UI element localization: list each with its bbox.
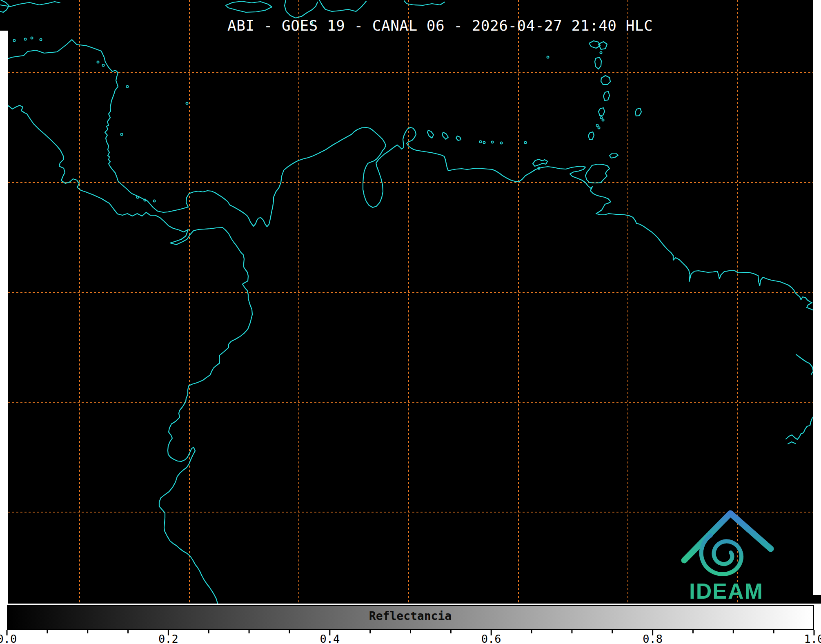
logo-text: IDEAM bbox=[689, 579, 763, 603]
image-title: ABI - GOES 19 - CANAL 06 - 2026-04-27 21… bbox=[227, 17, 653, 34]
colorbar-tick-label: 0.2 bbox=[158, 633, 178, 644]
colorbar-ticks bbox=[0, 630, 821, 637]
satellite-map: IDEAM bbox=[0, 0, 821, 604]
colorbar-label: Reflectancia bbox=[369, 609, 452, 623]
satellite-image-viewport: IDEAM ABI - GOES 19 - CANAL 06 - 2026-04… bbox=[0, 0, 821, 644]
colorbar-tick-label: 0.6 bbox=[481, 633, 501, 644]
colorbar-tick-label: 1.0 bbox=[804, 633, 821, 644]
map-background bbox=[0, 0, 821, 604]
colorbar-tick-label: 0.0 bbox=[0, 633, 17, 644]
colorbar-tick-label: 0.8 bbox=[643, 633, 663, 644]
colorbar-tick-label: 0.4 bbox=[320, 633, 340, 644]
